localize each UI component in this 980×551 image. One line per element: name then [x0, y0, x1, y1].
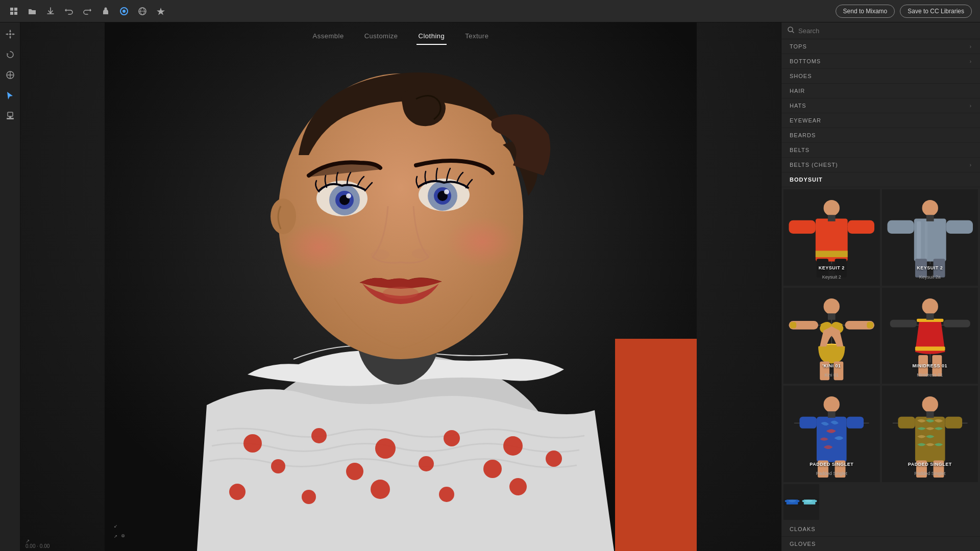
clothing-thumb-partial — [783, 484, 819, 520]
category-hair[interactable]: HAIR — [781, 84, 980, 98]
category-gloves[interactable]: GLOVES — [781, 537, 980, 552]
star-icon[interactable] — [155, 6, 166, 17]
svg-rect-60 — [816, 251, 848, 257]
svg-point-18 — [444, 430, 460, 446]
svg-point-73 — [922, 200, 938, 216]
rotate-icon[interactable] — [4, 48, 17, 61]
category-belts-label: BELTS — [790, 147, 810, 153]
category-eyewear[interactable]: EYEWEAR — [781, 113, 980, 128]
clothing-label-keysuit2: KEYSUIT 2 — [783, 265, 880, 270]
svg-rect-103 — [799, 417, 817, 429]
chevron-down-icon: › — [970, 59, 972, 64]
clothing-sublabel-padded-singlet1: Padded Singlet — [783, 471, 880, 476]
svg-rect-92 — [915, 346, 945, 350]
sphere-icon[interactable] — [137, 6, 148, 17]
topbar: Send to Mixamo Save to CC Libraries — [0, 0, 980, 22]
svg-rect-108 — [828, 411, 836, 418]
category-list: TOPS › BOTTOMS › SHOES HAIR HATS › — [781, 39, 980, 551]
svg-point-29 — [509, 478, 527, 495]
clothing-item-padded-singlet2[interactable]: PADDED SINGLET Padded Singlet — [882, 386, 978, 482]
category-belts[interactable]: BELTS — [781, 143, 980, 158]
clothing-item-kini01[interactable]: 'KINI 01 Kini 01 — [783, 288, 880, 384]
clothing-sublabel-keysuit2: Keysuit 2 — [783, 274, 880, 280]
stamp-icon[interactable] — [4, 109, 17, 122]
category-belts-chest-label: BELTS (CHEST) — [790, 162, 838, 168]
category-bodysuit[interactable]: BODYSUIT — [781, 172, 980, 187]
chevron-down-icon: › — [970, 44, 972, 49]
scale-icon[interactable] — [4, 68, 17, 82]
svg-text:↗ ⊕: ↗ ⊕ — [114, 532, 125, 539]
figure-icon[interactable] — [100, 6, 111, 17]
redo-icon[interactable] — [82, 6, 93, 17]
character-render: ↙ ↗ ⊕ — [20, 22, 781, 551]
tab-texture[interactable]: Texture — [463, 28, 491, 45]
svg-point-17 — [375, 438, 396, 459]
viewport[interactable]: Assemble Customize Clothing Texture — [20, 22, 781, 551]
svg-point-19 — [503, 436, 523, 456]
category-cloaks-label: CLOAKS — [790, 526, 816, 532]
category-hats[interactable]: HATS › — [781, 98, 980, 113]
category-tops[interactable]: TOPS › — [781, 39, 980, 54]
clothing-thumb-keysuit2 — [783, 189, 880, 286]
main-area: Assemble Customize Clothing Texture — [0, 22, 980, 551]
svg-rect-113 — [898, 417, 915, 429]
svg-point-16 — [311, 428, 327, 443]
svg-rect-86 — [790, 322, 797, 329]
scene-icon[interactable] — [8, 6, 19, 17]
svg-point-25 — [229, 484, 246, 500]
move-icon[interactable] — [4, 28, 17, 41]
svg-point-82 — [824, 298, 840, 314]
svg-rect-114 — [945, 417, 962, 429]
category-beards[interactable]: BEARDS — [781, 128, 980, 143]
clothing-thumb-keysuit2a — [882, 189, 978, 286]
category-tops-label: TOPS — [790, 43, 807, 49]
svg-point-117 — [922, 396, 938, 412]
svg-point-15 — [243, 434, 262, 453]
send-to-mixamo-button[interactable]: Send to Mixamo — [836, 5, 895, 18]
category-bottoms[interactable]: BOTTOMS › — [781, 54, 980, 69]
clothing-sublabel-minidress01: Minidress 01 — [882, 372, 978, 378]
category-bodysuit-label: BODYSUIT — [790, 177, 823, 183]
blue-icon[interactable] — [118, 6, 130, 17]
clothing-item-partial[interactable] — [783, 484, 819, 520]
tab-clothing[interactable]: Clothing — [416, 28, 447, 45]
tab-bar: Assemble Customize Clothing Texture — [20, 22, 781, 45]
svg-point-28 — [439, 487, 454, 502]
category-eyewear-label: EYEWEAR — [790, 117, 821, 123]
clothing-item-minidress01[interactable]: Minidress 01 Minidress 01 — [882, 288, 978, 384]
clothing-thumb-padded-singlet1 — [783, 386, 880, 482]
left-toolbar — [0, 22, 20, 551]
svg-rect-118 — [926, 411, 934, 418]
clothing-item-keysuit2a[interactable]: KEYSUIT 2 Keysuit 2a — [882, 189, 978, 286]
svg-rect-31 — [615, 339, 697, 551]
category-gloves-label: GLOVES — [790, 541, 816, 547]
svg-rect-12 — [9, 116, 11, 118]
svg-point-39 — [346, 193, 351, 198]
category-belts-chest[interactable]: BELTS (CHEST) › — [781, 158, 980, 172]
folder-icon[interactable] — [27, 6, 38, 17]
svg-rect-122 — [785, 500, 789, 502]
svg-rect-72 — [924, 221, 927, 259]
category-cloaks[interactable]: CLOAKS — [781, 522, 980, 537]
clothing-item-keysuit2[interactable]: KEYSUIT 2 Keysuit 2 — [783, 189, 880, 286]
category-shoes[interactable]: SHOES — [781, 69, 980, 84]
tab-customize[interactable]: Customize — [362, 28, 400, 45]
svg-rect-94 — [943, 319, 970, 327]
right-panel: TOPS › BOTTOMS › SHOES HAIR HATS › — [781, 22, 980, 551]
svg-rect-68 — [946, 220, 972, 234]
clothing-label-padded-singlet2: PADDED SINGLET — [882, 462, 978, 467]
svg-rect-93 — [890, 319, 916, 327]
clothing-sublabel-kini01: Kini 01 — [783, 372, 880, 378]
select-icon[interactable] — [4, 89, 17, 102]
svg-rect-56 — [789, 220, 815, 234]
svg-rect-123 — [796, 500, 800, 502]
clothing-thumb-kini01 — [783, 288, 880, 384]
search-input[interactable] — [798, 27, 974, 35]
save-to-cc-button[interactable]: Save to CC Libraries — [900, 5, 972, 18]
svg-point-20 — [271, 459, 285, 473]
download-icon[interactable] — [45, 6, 56, 17]
clothing-item-padded-singlet1[interactable]: PADDED SINGLET Padded Singlet — [783, 386, 880, 482]
undo-icon[interactable] — [63, 6, 75, 17]
tab-assemble[interactable]: Assemble — [311, 28, 346, 45]
svg-point-107 — [824, 396, 840, 412]
